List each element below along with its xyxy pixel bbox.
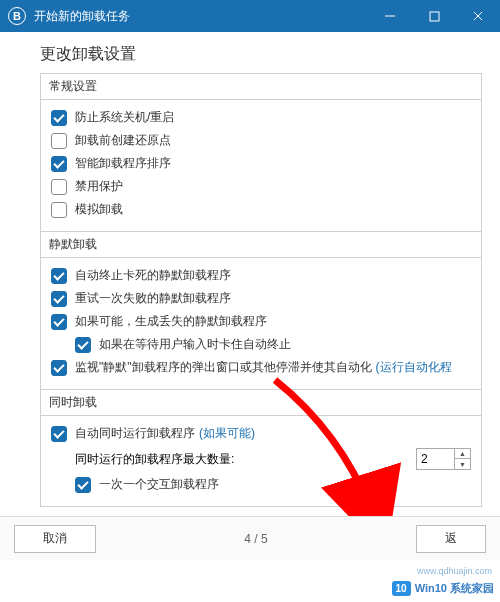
back-button[interactable]: 返: [416, 525, 486, 553]
group-header: 同时卸载: [41, 390, 481, 416]
checkbox-row: 自动终止卡死的静默卸载程序: [51, 264, 471, 287]
group-silent: 静默卸载 自动终止卡死的静默卸载程序重试一次失败的静默卸载程序如果可能，生成丢失…: [40, 231, 482, 390]
checkbox-row: 监视"静默"卸载程序的弹出窗口或其他停滞并使其自动化(运行自动化程: [51, 356, 471, 379]
checkbox[interactable]: [51, 179, 67, 195]
title-bar: B 开始新的卸载任务: [0, 0, 500, 32]
checkbox-label: 模拟卸载: [75, 201, 123, 218]
group-header: 静默卸载: [41, 232, 481, 258]
pager-text: 4 / 5: [96, 532, 416, 546]
page-title: 更改卸载设置: [40, 44, 482, 65]
spin-up-icon[interactable]: ▲: [455, 449, 470, 459]
watermark-badge: 10: [392, 581, 411, 596]
group-concurrent: 同时卸载 自动同时运行卸载程序 (如果可能) 同时运行的卸载程序最大数量: 2 …: [40, 389, 482, 507]
spin-down-icon[interactable]: ▼: [455, 459, 470, 469]
window-title: 开始新的卸载任务: [34, 8, 368, 25]
content-area: 更改卸载设置 常规设置 防止系统关机/重启卸载前创建还原点智能卸载程序排序禁用保…: [0, 32, 500, 507]
minimize-button[interactable]: [368, 0, 412, 32]
checkbox[interactable]: [51, 291, 67, 307]
checkbox[interactable]: [51, 202, 67, 218]
checkbox-label: 智能卸载程序排序: [75, 155, 171, 172]
checkbox-row: 模拟卸载: [51, 198, 471, 221]
checkbox-row: 智能卸载程序排序: [51, 152, 471, 175]
maximize-button[interactable]: [412, 0, 456, 32]
checkbox-auto-concurrent[interactable]: [51, 426, 67, 442]
watermark: 10 Win10 系统家园: [392, 581, 494, 596]
checkbox-row: 卸载前创建还原点: [51, 129, 471, 152]
checkbox-label: 一次一个交互卸载程序: [99, 476, 219, 493]
watermark-text: Win10 系统家园: [415, 581, 494, 596]
checkbox-label: 监视"静默"卸载程序的弹出窗口或其他停滞并使其自动化: [75, 359, 372, 376]
checkbox[interactable]: [51, 156, 67, 172]
svg-rect-1: [430, 12, 439, 21]
checkbox-row: 防止系统关机/重启: [51, 106, 471, 129]
app-icon: B: [8, 7, 26, 25]
hint-text: (运行自动化程: [376, 359, 452, 376]
checkbox[interactable]: [51, 314, 67, 330]
count-label: 同时运行的卸载程序最大数量:: [75, 451, 234, 468]
group-header: 常规设置: [41, 74, 481, 100]
checkbox-label: 自动终止卡死的静默卸载程序: [75, 267, 231, 284]
group-general: 常规设置 防止系统关机/重启卸载前创建还原点智能卸载程序排序禁用保护模拟卸载: [40, 73, 482, 232]
hint-text: (如果可能): [199, 425, 255, 442]
close-button[interactable]: [456, 0, 500, 32]
checkbox[interactable]: [51, 360, 67, 376]
count-stepper[interactable]: 2 ▲ ▼: [416, 448, 471, 470]
checkbox-row: 禁用保护: [51, 175, 471, 198]
count-value: 2: [417, 452, 454, 466]
checkbox-label: 如果可能，生成丢失的静默卸载程序: [75, 313, 267, 330]
footer-bar: 取消 4 / 5 返: [0, 516, 500, 560]
checkbox[interactable]: [75, 337, 91, 353]
count-row: 同时运行的卸载程序最大数量: 2 ▲ ▼: [51, 445, 471, 473]
checkbox-label: 卸载前创建还原点: [75, 132, 171, 149]
checkbox-label: 禁用保护: [75, 178, 123, 195]
watermark-url: www.qdhuajin.com: [417, 566, 492, 576]
checkbox[interactable]: [51, 268, 67, 284]
checkbox-label: 如果在等待用户输入时卡住自动终止: [99, 336, 291, 353]
checkbox-label: 防止系统关机/重启: [75, 109, 174, 126]
checkbox[interactable]: [51, 110, 67, 126]
checkbox-row: 自动同时运行卸载程序 (如果可能): [51, 422, 471, 445]
checkbox-row: 如果在等待用户输入时卡住自动终止: [51, 333, 471, 356]
checkbox-label: 自动同时运行卸载程序: [75, 425, 195, 442]
cancel-button[interactable]: 取消: [14, 525, 96, 553]
checkbox[interactable]: [51, 133, 67, 149]
checkbox-row: 一次一个交互卸载程序: [51, 473, 471, 496]
checkbox-row: 重试一次失败的静默卸载程序: [51, 287, 471, 310]
checkbox-one-interactive[interactable]: [75, 477, 91, 493]
checkbox-row: 如果可能，生成丢失的静默卸载程序: [51, 310, 471, 333]
checkbox-label: 重试一次失败的静默卸载程序: [75, 290, 231, 307]
window-controls: [368, 0, 500, 32]
